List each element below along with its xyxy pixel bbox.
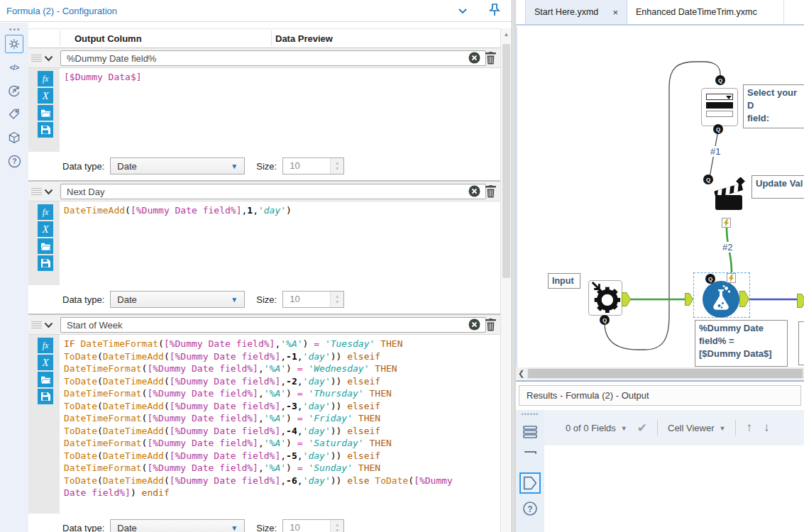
question-anchor[interactable]: Q [705, 274, 715, 284]
macro-input-gear-icon [589, 281, 622, 315]
vertical-scrollbar[interactable]: ▲ [500, 28, 512, 532]
data-preview-header: Data Preview [275, 33, 333, 44]
pin-panel-icon[interactable] [488, 3, 502, 21]
scroll-left-icon[interactable]: ❮ [516, 367, 527, 379]
scrollbar-thumb[interactable] [528, 369, 803, 378]
scrollbar-track[interactable] [527, 367, 804, 379]
sidebar-drag-dots-icon: ••• [9, 26, 28, 33]
scroll-up-icon[interactable]: ▲ [501, 28, 512, 38]
gear-icon[interactable] [5, 35, 23, 53]
output-column-input[interactable] [60, 184, 486, 199]
size-input[interactable]: 10 ▲▼ [282, 157, 344, 174]
package-icon[interactable] [5, 128, 23, 147]
expression-text[interactable]: [$Dummy Data$] [62, 68, 468, 87]
variables-icon[interactable]: X [38, 88, 53, 104]
question-anchor[interactable]: Q [703, 174, 713, 184]
question-anchor[interactable]: Q [713, 124, 723, 134]
variables-icon[interactable]: X [38, 221, 53, 237]
delete-formula-icon[interactable] [485, 185, 496, 200]
drag-handle-icon[interactable] [31, 53, 42, 63]
collapse-chevron-icon[interactable] [44, 53, 53, 64]
sidebar-drag-dots-icon: •••••• [522, 411, 539, 417]
expression-text[interactable]: DateTimeAdd([%Dummy Date field%],1,'day'… [62, 201, 468, 220]
lightning-anchor[interactable] [722, 218, 731, 228]
spinner-icon[interactable]: ▲▼ [330, 292, 343, 307]
run-workflow-icon[interactable] [5, 82, 23, 100]
table-rows-icon[interactable] [519, 421, 541, 443]
output-anchor[interactable] [739, 291, 749, 309]
tab-start-here[interactable]: Start Here.yxmd × [525, 0, 627, 24]
save-expression-icon[interactable] [38, 389, 53, 404]
output-column-input[interactable] [60, 317, 486, 333]
formula-tool-annotation[interactable]: %Dummy Datefield% =[$Dummy Data$] [695, 320, 788, 367]
delete-formula-icon[interactable] [485, 52, 496, 67]
help-icon[interactable]: ? [519, 498, 541, 519]
workflow-canvas[interactable]: Q Q #1 Q [516, 27, 804, 367]
functions-icon[interactable]: fx [38, 71, 53, 87]
output-column-input[interactable] [60, 50, 486, 66]
results-panel: Results - Formula (2) - Output •••••• [516, 380, 804, 532]
collapse-chevron-icon[interactable] [44, 187, 53, 197]
output-anchor-icon[interactable] [519, 472, 541, 494]
cell-viewer-button[interactable]: Cell Viewer [668, 423, 715, 433]
help-icon[interactable]: ? [5, 152, 23, 170]
action-tool[interactable] [711, 177, 748, 216]
clear-input-icon[interactable] [468, 52, 480, 66]
functions-icon[interactable]: fx [38, 338, 53, 353]
save-expression-icon[interactable] [38, 255, 53, 271]
select-tool-annotation[interactable]: Select your Dfield: [743, 84, 804, 128]
edge-input-anchor[interactable] [797, 294, 804, 310]
tag-icon[interactable] [5, 105, 23, 123]
variables-icon[interactable]: X [38, 355, 53, 370]
size-value: 10 [290, 294, 299, 304]
fields-count-label[interactable]: 0 of 0 Fields [566, 423, 616, 433]
collapse-panel-icon[interactable] [458, 6, 468, 17]
question-anchor[interactable]: Q [600, 315, 610, 325]
action-tool-annotation[interactable]: Update Val [751, 175, 804, 199]
data-type-select[interactable]: Date ▼ [110, 291, 245, 308]
size-label: Size: [256, 523, 277, 532]
data-type-select[interactable]: Date ▼ [110, 157, 245, 174]
functions-icon[interactable]: fx [38, 204, 53, 220]
output-anchor[interactable] [622, 292, 631, 309]
question-anchor[interactable]: Q [715, 75, 725, 85]
saved-expressions-folder-icon[interactable] [38, 372, 53, 387]
results-title: Results - Formula (2) - Output [519, 385, 801, 406]
apply-checkmark-icon[interactable]: ✔ [637, 421, 647, 436]
drag-handle-icon[interactable] [31, 320, 42, 330]
arrow-down-icon[interactable]: ↓ [764, 421, 770, 435]
dropdown-interface-tool[interactable] [701, 88, 738, 126]
scrollbar-thumb[interactable] [502, 44, 510, 278]
clapperboard-icon [711, 177, 748, 216]
save-expression-icon[interactable] [38, 122, 53, 138]
size-input[interactable]: 10 ▲▼ [282, 519, 344, 532]
collapse-chevron-icon[interactable] [44, 320, 53, 331]
spinner-icon[interactable]: ▲▼ [330, 520, 343, 532]
expression-text[interactable]: IF DateTimeFormat([%Dummy Date field%],'… [62, 335, 468, 502]
lightning-anchor[interactable] [727, 273, 736, 283]
metadata-sigma-icon[interactable] [519, 447, 541, 468]
arrow-up-icon[interactable]: ↑ [746, 421, 752, 435]
macro-input-tool[interactable] [588, 280, 622, 316]
saved-expressions-folder-icon[interactable] [38, 238, 53, 254]
close-tab-icon[interactable]: × [605, 7, 618, 18]
expression-editor-area: fx X [$Dummy Data$] [28, 68, 512, 152]
data-type-select[interactable]: Date ▼ [110, 519, 245, 532]
chevron-down-icon[interactable]: ▼ [621, 425, 627, 432]
spinner-icon[interactable]: ▲▼ [330, 158, 343, 174]
chevron-down-icon[interactable]: ▼ [720, 425, 726, 432]
dropdown-row-icon [706, 94, 733, 100]
clear-input-icon[interactable] [468, 185, 480, 199]
input-annotation[interactable]: Input [548, 273, 580, 289]
clear-input-icon[interactable] [468, 318, 480, 333]
size-input[interactable]: 10 ▲▼ [282, 291, 344, 308]
saved-expressions-folder-icon[interactable] [38, 105, 53, 121]
canvas-horizontal-scrollbar[interactable]: ❮ [516, 367, 804, 379]
delete-formula-icon[interactable] [485, 318, 496, 333]
input-anchor[interactable] [685, 293, 693, 308]
drag-handle-icon[interactable] [31, 187, 42, 196]
code-icon[interactable]: </> [5, 58, 23, 77]
tab-enhanced-datetimetrim[interactable]: Enhanced DateTimeTrim.yxmc [627, 0, 784, 24]
size-value: 10 [290, 160, 299, 171]
results-toolbar: 0 of 0 Fields ▼ ✔ Cell Viewer ▼ ↑ ↓ [544, 410, 804, 445]
